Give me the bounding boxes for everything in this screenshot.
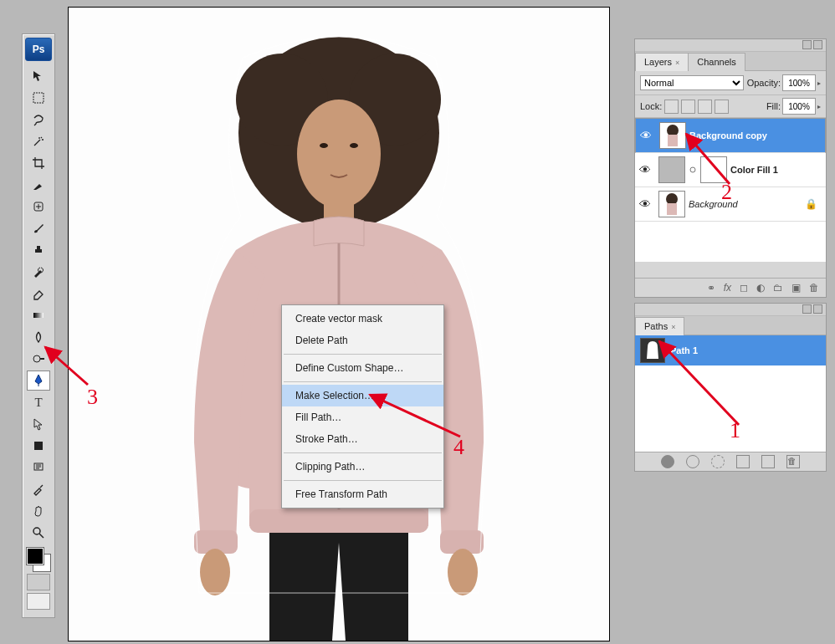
eyedropper-tool[interactable] — [27, 479, 50, 499]
path-row[interactable]: Path 1 — [635, 335, 826, 365]
paths-panel-footer: 🗑 — [635, 452, 826, 471]
shape-tool[interactable] — [27, 436, 50, 456]
svg-rect-22 — [668, 135, 678, 146]
lock-pixels-icon[interactable] — [681, 100, 695, 114]
layer-thumb[interactable] — [658, 191, 685, 217]
tab-channels[interactable]: Channels — [688, 53, 745, 71]
ctx-define-custom-shape[interactable]: Define Custom Shape… — [282, 357, 443, 379]
crop-tool[interactable] — [27, 153, 50, 173]
tab-paths[interactable]: Paths× — [635, 317, 684, 335]
foreground-color-swatch[interactable] — [27, 548, 44, 565]
close-icon[interactable] — [813, 304, 822, 314]
path-select-tool[interactable] — [27, 414, 50, 434]
layer-fx-icon[interactable]: fx — [724, 282, 731, 294]
ctx-make-selection[interactable]: Make Selection… — [282, 385, 443, 406]
layer-mask-icon[interactable]: ◻ — [740, 282, 748, 294]
type-tool[interactable]: T — [27, 392, 50, 412]
svg-point-18 — [200, 549, 230, 595]
layer-thumb[interactable] — [659, 122, 686, 149]
slice-tool[interactable] — [27, 175, 50, 195]
visibility-icon[interactable]: 👁 — [636, 129, 656, 142]
pen-tool[interactable] — [27, 371, 50, 391]
ctx-clipping-path[interactable]: Clipping Path… — [282, 456, 443, 478]
path-name[interactable]: Path 1 — [670, 345, 698, 355]
selection-to-path-icon[interactable] — [736, 455, 750, 468]
dodge-tool[interactable] — [27, 349, 50, 369]
ctx-stroke-path[interactable]: Stroke Path… — [282, 428, 443, 450]
blend-mode-select[interactable]: Normal — [640, 75, 744, 90]
opacity-input[interactable] — [782, 74, 816, 91]
close-icon[interactable]: × — [675, 59, 679, 67]
close-icon[interactable]: × — [671, 323, 675, 331]
wand-tool[interactable] — [27, 131, 50, 151]
gradient-tool[interactable] — [27, 305, 50, 325]
ctx-fill-path[interactable]: Fill Path… — [282, 406, 443, 428]
brush-tool[interactable] — [27, 218, 50, 238]
trash-icon[interactable]: 🗑 — [809, 282, 819, 294]
ctx-free-transform-path[interactable]: Free Transform Path — [282, 483, 443, 505]
chevron-right-icon[interactable]: ▸ — [817, 79, 821, 87]
zoom-tool[interactable] — [27, 523, 50, 543]
history-brush-tool[interactable] — [27, 262, 50, 282]
layer-thumb[interactable] — [658, 156, 685, 183]
svg-point-19 — [448, 549, 478, 595]
path-thumb[interactable] — [640, 338, 665, 363]
svg-rect-26 — [667, 203, 677, 215]
link-layers-icon[interactable]: ⚭ — [707, 282, 715, 294]
svg-rect-0 — [33, 93, 44, 103]
chevron-right-icon[interactable]: ▸ — [817, 103, 821, 110]
stroke-path-icon[interactable] — [686, 455, 699, 468]
lock-icon: 🔒 — [805, 198, 817, 210]
marquee-tool[interactable] — [27, 88, 50, 108]
layer-name[interactable]: Background copy — [689, 130, 767, 141]
fill-path-icon[interactable] — [661, 455, 674, 468]
move-tool[interactable] — [27, 66, 50, 86]
svg-point-12 — [320, 143, 328, 148]
tab-label: Channels — [697, 57, 735, 67]
close-icon[interactable] — [813, 40, 822, 49]
lasso-tool[interactable] — [27, 110, 50, 130]
ctx-delete-path[interactable]: Delete Path — [282, 330, 443, 351]
screenmode-toggle[interactable] — [27, 593, 50, 610]
healing-tool[interactable] — [27, 197, 50, 217]
blur-tool[interactable] — [27, 327, 50, 347]
panel-titlebar[interactable] — [635, 39, 826, 52]
tab-label: Paths — [644, 321, 668, 331]
svg-point-25 — [666, 193, 678, 205]
path-context-menu: Create vector mask Delete Path Define Cu… — [281, 304, 444, 509]
eraser-tool[interactable] — [27, 284, 50, 304]
photoshop-logo: Ps — [25, 38, 52, 61]
color-swatches[interactable] — [27, 548, 50, 571]
svg-point-11 — [297, 100, 381, 208]
svg-point-3 — [33, 355, 40, 362]
stamp-tool[interactable] — [27, 240, 50, 260]
fill-input[interactable] — [782, 98, 816, 115]
visibility-icon[interactable]: 👁 — [635, 163, 655, 176]
lock-all-icon[interactable] — [715, 100, 729, 114]
ctx-create-vector-mask[interactable]: Create vector mask — [282, 308, 443, 330]
notes-tool[interactable] — [27, 457, 50, 478]
trash-icon[interactable]: 🗑 — [786, 455, 800, 468]
lock-transparency-icon[interactable] — [664, 100, 679, 114]
opacity-label: Opacity: — [747, 78, 781, 88]
group-layers-icon[interactable]: 🗀 — [773, 282, 783, 294]
new-path-icon[interactable] — [761, 455, 775, 468]
panel-titlebar[interactable] — [635, 304, 826, 316]
lock-position-icon[interactable] — [698, 100, 712, 114]
adjustment-layer-icon[interactable]: ◐ — [756, 282, 765, 294]
visibility-icon[interactable]: 👁 — [635, 197, 655, 211]
tab-layers[interactable]: Layers× — [635, 53, 689, 71]
path-to-selection-icon[interactable] — [711, 455, 725, 468]
minimize-icon[interactable] — [802, 40, 812, 49]
layer-row[interactable]: 👁 Background copy — [635, 118, 826, 153]
layers-panel-footer: ⚭ fx ◻ ◐ 🗀 ▣ 🗑 — [635, 278, 826, 297]
new-layer-icon[interactable]: ▣ — [791, 282, 801, 294]
tab-label: Layers — [644, 57, 672, 67]
svg-rect-4 — [34, 442, 43, 450]
svg-point-13 — [350, 143, 358, 148]
layer-name[interactable]: Color Fill 1 — [730, 165, 778, 175]
minimize-icon[interactable] — [802, 304, 812, 314]
hand-tool[interactable] — [27, 501, 50, 521]
annotation-number-3: 3 — [87, 385, 98, 410]
quickmask-toggle[interactable] — [27, 574, 50, 590]
